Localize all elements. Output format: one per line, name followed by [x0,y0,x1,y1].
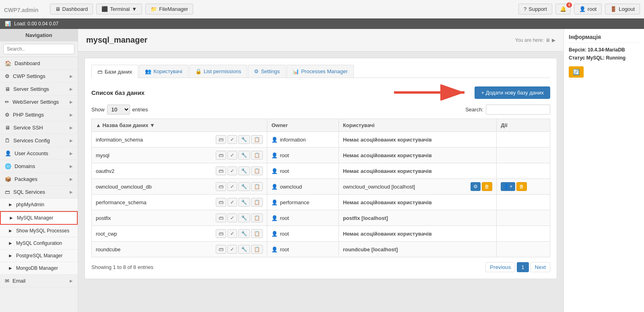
db-actions-cell [497,242,550,257]
tab-processes-manager[interactable]: 📊 Processes Manager [287,65,354,78]
sidebar-item-php-settings[interactable]: ⚙ PHP Settings ▶ [0,109,78,121]
no-users-text: Немає асоційованих користувачів [343,199,432,205]
tab-settings[interactable]: ⚙ Settings [248,65,286,78]
db-action-btn-1[interactable]: 🗃 [216,245,226,254]
db-action-btn-1[interactable]: 🗃 [216,135,226,144]
db-action-btn-4[interactable]: 📋 [251,245,263,254]
sidebar-item-dashboard[interactable]: 🏠 Dashboard [0,57,78,70]
sidebar-item-webserver-settings[interactable]: ✏ WebServer Settings ▶ [0,96,78,109]
db-name-text: roundcube [96,246,120,252]
row-add-user-btn[interactable]: 👤+ [501,182,515,191]
sidebar-item-email[interactable]: ✉ Email ▶ [0,275,78,287]
sidebar: Navigation 🏠 Dashboard ⚙ CWP Settings ▶ … [0,29,78,312]
db-name-cell: roundcube 🗃 ✓ 🔧 📋 [92,242,267,257]
search-box: Search: [465,105,550,115]
service-ssh-icon: 🖥 [5,125,10,131]
dashboard-button[interactable]: 🖥 Dashboard [50,4,93,14]
db-action-btn-3[interactable]: 🔧 [238,166,250,175]
add-database-button[interactable]: + Додати нову базу даних [475,86,550,99]
home-icon: 🏠 [5,60,11,66]
user-settings-btn[interactable]: ⚙ [471,182,481,191]
sidebar-item-phpmyadmin[interactable]: ► phpMyAdmin [0,199,78,211]
logout-button[interactable]: 🚪 Logout [605,4,640,14]
db-action-btn-4[interactable]: 📋 [251,229,263,238]
notifications-button[interactable]: 🔔 4 [555,4,571,14]
db-action-btn-1[interactable]: 🗃 [216,229,226,238]
db-action-btn-1[interactable]: 🗃 [216,182,226,191]
no-users-text: Немає асоційованих користувачів [343,231,432,237]
main-layout: Navigation 🏠 Dashboard ⚙ CWP Settings ▶ … [0,29,644,312]
show-mysql-processes-icon: ► [8,228,13,234]
terminal-button[interactable]: ⬛ Terminal ▼ [96,4,142,14]
sidebar-item-sql-services[interactable]: 🗃 SQL Services ▶ [0,186,78,199]
db-action-btn-4[interactable]: 📋 [251,166,263,175]
packages-arrow-icon: ▶ [70,177,73,181]
db-action-btn-4[interactable]: 📋 [251,198,263,207]
db-action-btn-4[interactable]: 📋 [251,213,263,222]
db-action-btn-3[interactable]: 🔧 [238,135,250,144]
db-action-btn-2[interactable]: ✓ [227,213,237,222]
search-input[interactable] [3,44,74,54]
db-action-btn-1[interactable]: 🗃 [216,166,226,175]
db-action-btn-2[interactable]: ✓ [227,229,237,238]
user-delete-btn[interactable]: 🗑 [482,182,492,191]
sidebar-item-mongodb-manager[interactable]: ► MongoDB Manager [0,262,78,275]
db-action-btn-1[interactable]: 🗃 [216,213,226,222]
db-action-btn-3[interactable]: 🔧 [238,198,250,207]
db-action-btn-3[interactable]: 🔧 [238,182,250,191]
db-action-btn-1[interactable]: 🗃 [216,198,226,207]
sidebar-item-server-settings[interactable]: 🖥 Server Settings ▶ [0,83,78,96]
col-header-name[interactable]: ▲ Назва бази даних ▼ [92,119,267,132]
page-buttons: Previous 1 Next [485,262,550,272]
user-button[interactable]: 👤 root [574,4,602,14]
db-action-btn-3[interactable]: 🔧 [238,245,250,254]
table-header-row: Список баз даних + Додати нову базу дани… [91,84,550,101]
tab-users[interactable]: 👥 Користувачі [139,65,188,78]
db-action-btn-2[interactable]: ✓ [227,198,237,207]
db-action-btn-3[interactable]: 🔧 [238,213,250,222]
sidebar-item-user-accounts[interactable]: 👤 User Accounts ▶ [0,147,78,160]
support-button[interactable]: ? Support [518,4,552,14]
page-1-button[interactable]: 1 [517,262,528,272]
mysql-configuration-icon: ► [8,240,13,246]
entries-select[interactable]: 10 25 50 100 [107,105,130,115]
refresh-button[interactable]: 🔄 [569,66,584,78]
tab-list-permissions[interactable]: 🔒 List permissions [189,65,247,78]
db-action-btn-1[interactable]: 🗃 [216,151,226,160]
user-icon: 👤 [271,184,278,190]
sidebar-item-services-config[interactable]: 🗒 Services Config ▶ [0,134,78,147]
db-action-btn-2[interactable]: ✓ [227,166,237,175]
sidebar-item-show-mysql-processes[interactable]: ► Show MySQL Processes [0,225,78,237]
next-page-button[interactable]: Next [530,262,550,272]
db-action-btn-3[interactable]: 🔧 [238,151,250,160]
show-label: Show [91,107,105,113]
filemanager-button[interactable]: 📁 FileManager [145,4,193,14]
logout-icon: 🚪 [610,6,617,12]
sql-services-icon: 🗃 [5,189,10,195]
row-delete-btn[interactable]: 🗑 [516,182,527,191]
db-action-btn-4[interactable]: 📋 [251,151,263,160]
webserver-settings-icon: ✏ [5,99,9,105]
brand-name: CWP7. [4,7,22,13]
db-users-cell: owncloud_owncloud [localhost] ⚙ 🗑 [339,179,496,195]
db-action-btn-4[interactable]: 📋 [251,135,263,144]
sidebar-item-packages[interactable]: 📦 Packages ▶ [0,173,78,186]
db-action-btn-2[interactable]: ✓ [227,151,237,160]
email-icon: ✉ [5,278,9,284]
db-action-btn-3[interactable]: 🔧 [238,229,250,238]
sidebar-item-cwp-settings[interactable]: ⚙ CWP Settings ▶ [0,70,78,83]
db-action-btn-2[interactable]: ✓ [227,135,237,144]
no-users-text: Немає асоційованих користувачів [343,137,432,143]
db-action-btn-4[interactable]: 📋 [251,182,263,191]
sidebar-item-mysql-configuration[interactable]: ► MySQL Configuration [0,237,78,250]
tab-databases[interactable]: 🗃 Бази даних [91,65,138,78]
sidebar-item-domains[interactable]: 🌐 Domains ▶ [0,160,78,173]
previous-page-button[interactable]: Previous [485,262,515,272]
sidebar-item-mysql-manager[interactable]: ► MySQL Manager [0,211,78,225]
sidebar-item-service-ssh[interactable]: 🖥 Service SSH ▶ [0,121,78,134]
table-search-input[interactable] [486,105,550,115]
sidebar-item-postgresql-manager[interactable]: ► PostgreSQL Manager [0,250,78,262]
db-action-btn-2[interactable]: ✓ [227,245,237,254]
db-action-btn-2[interactable]: ✓ [227,182,237,191]
db-name-text: root_cwp [96,231,117,237]
